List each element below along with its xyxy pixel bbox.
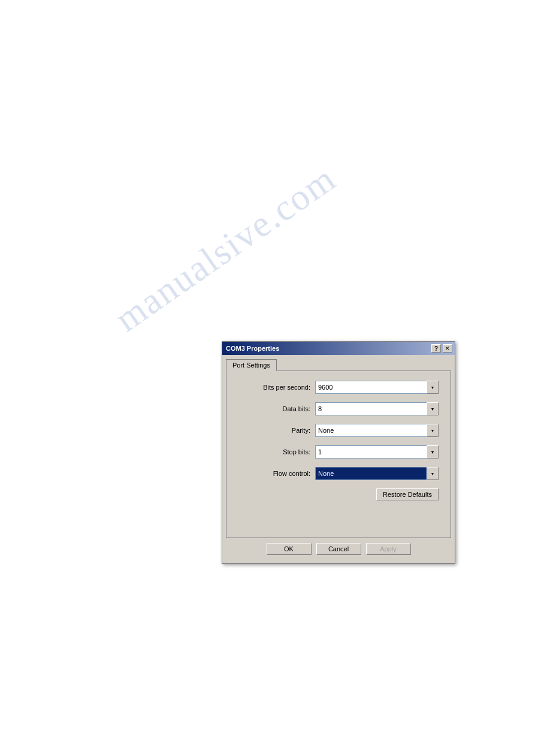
tab-bar: Port Settings [226,359,451,371]
parity-select[interactable]: None [315,424,439,437]
watermark: manualsive.com [107,157,344,340]
dialog-content: Port Settings Bits per second: 9600 Data… [222,355,455,563]
bits-per-second-label: Bits per second: [238,384,310,391]
bits-per-second-select[interactable]: 9600 [315,381,439,394]
stop-bits-row: Stop bits: 1 [238,445,439,459]
flow-control-label: Flow control: [238,470,310,477]
restore-defaults-row: Restore Defaults [238,488,439,500]
stop-bits-select[interactable]: 1 [315,445,439,459]
flow-control-select[interactable]: None [315,467,439,480]
flow-control-wrapper: None [315,467,439,480]
stop-bits-label: Stop bits: [238,448,310,456]
dialog-title: COM3 Properties [226,345,279,352]
parity-wrapper: None [315,424,439,437]
tab-port-settings[interactable]: Port Settings [226,359,277,371]
tab-content: Bits per second: 9600 Data bits: 8 [226,371,451,538]
stop-bits-wrapper: 1 [315,445,439,459]
ok-button[interactable]: OK [267,543,312,555]
bits-per-second-row: Bits per second: 9600 [238,381,439,394]
parity-label: Parity: [238,427,310,434]
data-bits-select[interactable]: 8 [315,402,439,415]
data-bits-label: Data bits: [238,405,310,412]
close-button[interactable]: ✕ [443,344,452,353]
flow-control-row: Flow control: None [238,467,439,480]
dialog-window: COM3 Properties ? ✕ Port Settings Bits p… [222,341,455,564]
title-bar-controls: ? ✕ [431,344,452,353]
cancel-button[interactable]: Cancel [316,543,361,555]
data-bits-wrapper: 8 [315,402,439,415]
apply-button[interactable]: Apply [366,543,411,555]
restore-defaults-button[interactable]: Restore Defaults [376,488,439,500]
help-button[interactable]: ? [431,344,441,353]
bits-per-second-wrapper: 9600 [315,381,439,394]
parity-row: Parity: None [238,424,439,437]
data-bits-row: Data bits: 8 [238,402,439,415]
dialog-buttons: OK Cancel Apply [226,538,451,560]
title-bar: COM3 Properties ? ✕ [222,342,455,355]
